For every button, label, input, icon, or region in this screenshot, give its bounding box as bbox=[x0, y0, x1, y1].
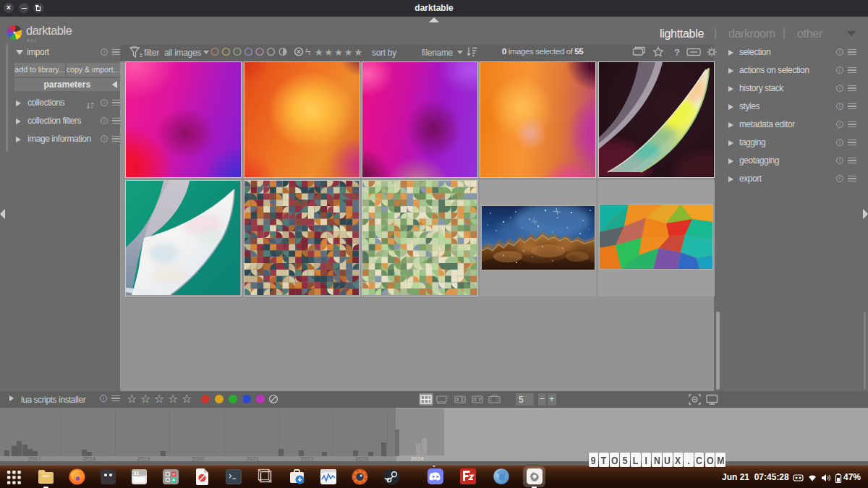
svg-text:31: 31 bbox=[134, 471, 140, 476]
svg-text:?: ? bbox=[674, 47, 680, 58]
